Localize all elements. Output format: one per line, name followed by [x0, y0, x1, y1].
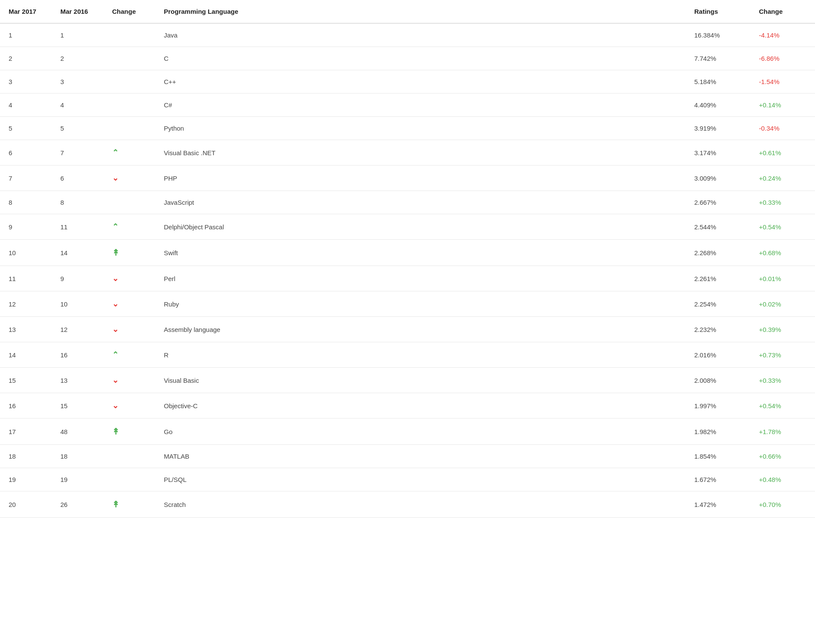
cell-ratings: 2.268%	[686, 240, 750, 266]
cell-ratings: 3.919%	[686, 117, 750, 140]
cell-mar2017: 14	[0, 342, 52, 368]
cell-language: PHP	[155, 166, 686, 191]
cell-rating-change: +0.02%	[750, 291, 815, 317]
rankings-table: Mar 2017 Mar 2016 Change Programming Lan…	[0, 0, 815, 518]
table-row: 22C7.742%-6.86%	[0, 47, 815, 70]
table-row: 119⌄Perl2.261%+0.01%	[0, 266, 815, 291]
cell-change	[103, 47, 155, 70]
cell-ratings: 2.261%	[686, 266, 750, 291]
cell-ratings: 5.184%	[686, 70, 750, 94]
cell-mar2017: 5	[0, 117, 52, 140]
cell-language: Python	[155, 117, 686, 140]
cell-rating-change: +0.70%	[750, 491, 815, 518]
cell-ratings: 2.544%	[686, 214, 750, 240]
cell-mar2016: 8	[52, 191, 103, 214]
table-row: 911⌃Delphi/Object Pascal2.544%+0.54%	[0, 214, 815, 240]
cell-language: Scratch	[155, 491, 686, 518]
cell-ratings: 2.667%	[686, 191, 750, 214]
cell-rating-change: +0.54%	[750, 214, 815, 240]
change-up-double-icon: ↟	[112, 427, 119, 436]
cell-mar2017: 16	[0, 393, 52, 419]
cell-rating-change: +0.33%	[750, 191, 815, 214]
cell-mar2017: 9	[0, 214, 52, 240]
cell-ratings: 1.854%	[686, 445, 750, 468]
cell-change	[103, 468, 155, 491]
cell-change: ↟	[103, 419, 155, 445]
cell-language: Java	[155, 23, 686, 47]
cell-language: Swift	[155, 240, 686, 266]
table-row: 1312⌄Assembly language2.232%+0.39%	[0, 317, 815, 342]
cell-change: ⌃	[103, 140, 155, 166]
change-down-icon: ⌄	[112, 376, 119, 385]
header-ratings: Ratings	[686, 0, 750, 23]
cell-change: ↟	[103, 240, 155, 266]
cell-change: ⌃	[103, 214, 155, 240]
table-row: 1818MATLAB1.854%+0.66%	[0, 445, 815, 468]
cell-rating-change: +0.33%	[750, 368, 815, 393]
table-row: 55Python3.919%-0.34%	[0, 117, 815, 140]
cell-mar2017: 8	[0, 191, 52, 214]
cell-rating-change: +0.14%	[750, 94, 815, 117]
cell-mar2016: 1	[52, 23, 103, 47]
cell-change	[103, 191, 155, 214]
cell-mar2017: 10	[0, 240, 52, 266]
cell-mar2016: 48	[52, 419, 103, 445]
change-down-icon: ⌄	[112, 274, 119, 283]
cell-mar2016: 15	[52, 393, 103, 419]
cell-change: ⌃	[103, 342, 155, 368]
change-down-icon: ⌄	[112, 401, 119, 410]
cell-rating-change: +1.78%	[750, 419, 815, 445]
table-row: 1014↟Swift2.268%+0.68%	[0, 240, 815, 266]
cell-change: ↟	[103, 491, 155, 518]
cell-ratings: 1.997%	[686, 393, 750, 419]
cell-rating-change: +0.39%	[750, 317, 815, 342]
table-row: 1615⌄Objective-C1.997%+0.54%	[0, 393, 815, 419]
cell-mar2017: 19	[0, 468, 52, 491]
cell-language: C	[155, 47, 686, 70]
cell-language: Visual Basic .NET	[155, 140, 686, 166]
cell-change	[103, 445, 155, 468]
cell-mar2016: 18	[52, 445, 103, 468]
change-down-icon: ⌄	[112, 325, 119, 334]
cell-change: ⌄	[103, 317, 155, 342]
cell-mar2017: 20	[0, 491, 52, 518]
cell-mar2017: 13	[0, 317, 52, 342]
table-row: 88JavaScript2.667%+0.33%	[0, 191, 815, 214]
cell-mar2016: 3	[52, 70, 103, 94]
cell-rating-change: +0.73%	[750, 342, 815, 368]
table-row: 76⌄PHP3.009%+0.24%	[0, 166, 815, 191]
cell-rating-change: +0.54%	[750, 393, 815, 419]
cell-change	[103, 94, 155, 117]
cell-ratings: 16.384%	[686, 23, 750, 47]
cell-change: ⌄	[103, 393, 155, 419]
cell-mar2017: 11	[0, 266, 52, 291]
change-up-icon: ⌃	[112, 222, 119, 231]
table-row: 1748↟Go1.982%+1.78%	[0, 419, 815, 445]
cell-change: ⌄	[103, 266, 155, 291]
cell-language: C++	[155, 70, 686, 94]
cell-mar2017: 4	[0, 94, 52, 117]
cell-mar2016: 19	[52, 468, 103, 491]
table-row: 1210⌄Ruby2.254%+0.02%	[0, 291, 815, 317]
cell-language: JavaScript	[155, 191, 686, 214]
cell-ratings: 2.254%	[686, 291, 750, 317]
cell-mar2016: 2	[52, 47, 103, 70]
table-row: 1513⌄Visual Basic2.008%+0.33%	[0, 368, 815, 393]
cell-rating-change: -1.54%	[750, 70, 815, 94]
cell-language: Delphi/Object Pascal	[155, 214, 686, 240]
change-up-icon: ⌃	[112, 148, 119, 157]
cell-change	[103, 23, 155, 47]
cell-rating-change: +0.48%	[750, 468, 815, 491]
cell-mar2016: 11	[52, 214, 103, 240]
cell-mar2016: 6	[52, 166, 103, 191]
cell-rating-change: +0.61%	[750, 140, 815, 166]
cell-mar2017: 3	[0, 70, 52, 94]
cell-mar2017: 6	[0, 140, 52, 166]
cell-mar2016: 13	[52, 368, 103, 393]
cell-change	[103, 117, 155, 140]
cell-mar2016: 12	[52, 317, 103, 342]
cell-ratings: 7.742%	[686, 47, 750, 70]
cell-ratings: 2.232%	[686, 317, 750, 342]
table-header-row: Mar 2017 Mar 2016 Change Programming Lan…	[0, 0, 815, 23]
cell-mar2017: 7	[0, 166, 52, 191]
